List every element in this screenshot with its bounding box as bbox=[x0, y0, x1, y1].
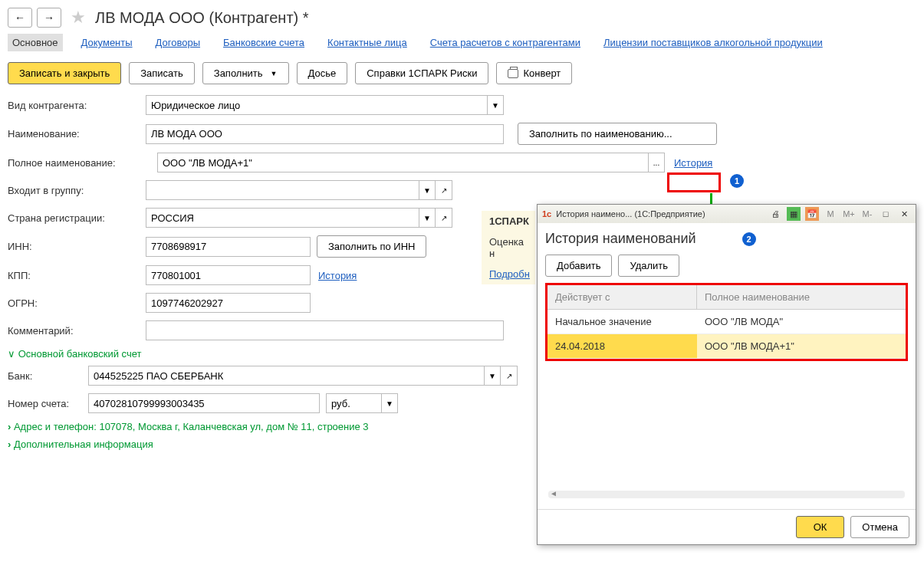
group-open-button[interactable]: ↗ bbox=[436, 180, 452, 200]
ogrn-label: ОГРН: bbox=[8, 297, 146, 309]
m-button[interactable]: M bbox=[824, 207, 837, 221]
save-and-close-button[interactable]: Записать и закрыть bbox=[8, 62, 121, 84]
type-input[interactable] bbox=[146, 95, 487, 115]
calc-icon[interactable]: ▦ bbox=[787, 207, 801, 221]
ogrn-input[interactable] bbox=[146, 293, 311, 313]
kpp-input[interactable] bbox=[146, 265, 311, 285]
add-button[interactable]: Добавить bbox=[545, 255, 612, 277]
group-input[interactable] bbox=[146, 180, 419, 200]
full-name-lookup-button[interactable]: ... bbox=[648, 153, 665, 172]
bank-label: Банк: bbox=[8, 370, 88, 382]
chevron-down-icon: ▼ bbox=[271, 70, 278, 77]
type-label: Вид контрагента: bbox=[8, 100, 146, 111]
dialog-title: История наимено... (1С:Предприятие) bbox=[556, 209, 705, 218]
nav-forward-button[interactable]: → bbox=[37, 8, 61, 28]
fill-button[interactable]: Заполнить▼ bbox=[202, 62, 289, 84]
col-full-name[interactable]: Полное наименование bbox=[697, 285, 817, 309]
spark-more-link[interactable]: Подробн bbox=[489, 268, 528, 280]
table-row[interactable]: Начальное значение ООО "ЛВ МОДА" bbox=[547, 310, 906, 334]
inn-label: ИНН: bbox=[8, 241, 146, 252]
m-minus-button[interactable]: M- bbox=[860, 207, 874, 221]
currency-input[interactable] bbox=[326, 393, 381, 413]
tab-bar: Основное Документы Договоры Банковские с… bbox=[8, 34, 916, 51]
callout-badge-2: 2 bbox=[742, 232, 756, 246]
print-icon[interactable]: 🖨 bbox=[768, 207, 782, 221]
kpp-label: КПП: bbox=[8, 270, 146, 281]
name-input[interactable] bbox=[146, 124, 504, 144]
bank-open-button[interactable]: ↗ bbox=[501, 366, 518, 386]
full-name-label: Полное наименование: bbox=[8, 157, 157, 169]
fill-by-name-button[interactable]: Заполнить по наименованию... bbox=[518, 123, 717, 145]
history-link[interactable]: История bbox=[674, 157, 712, 169]
print-icon bbox=[508, 69, 518, 78]
tab-licenses[interactable]: Лицензии поставщиков алкогольной продукц… bbox=[599, 34, 827, 51]
tab-bank-accounts[interactable]: Банковские счета bbox=[219, 34, 309, 51]
country-input[interactable] bbox=[146, 208, 419, 228]
account-input[interactable] bbox=[88, 393, 320, 413]
bank-dropdown-button[interactable]: ▼ bbox=[484, 366, 501, 386]
delete-button[interactable]: Удалить bbox=[618, 255, 679, 277]
tab-main[interactable]: Основное bbox=[8, 34, 63, 51]
maximize-icon[interactable]: □ bbox=[879, 207, 893, 221]
dossier-button[interactable]: Досье bbox=[297, 62, 348, 84]
country-open-button[interactable]: ↗ bbox=[436, 208, 452, 228]
type-dropdown-button[interactable]: ▼ bbox=[487, 95, 504, 115]
tab-settlement-accounts[interactable]: Счета расчетов с контрагентами bbox=[426, 34, 585, 51]
nav-back-button[interactable]: ← bbox=[8, 8, 32, 28]
group-label: Входит в группу: bbox=[8, 185, 146, 196]
name-label: Наименование: bbox=[8, 128, 146, 140]
kpp-history-link[interactable]: История bbox=[318, 270, 357, 281]
account-label: Номер счета: bbox=[8, 398, 88, 409]
col-valid-from[interactable]: Действует с bbox=[547, 285, 697, 309]
calendar-icon[interactable]: 📅 bbox=[805, 207, 819, 221]
dialog-heading: История наименований bbox=[545, 231, 696, 247]
dialog-titlebar[interactable]: 1c История наимено... (1С:Предприятие) 🖨… bbox=[538, 205, 916, 223]
spark-button[interactable]: Справки 1СПАРК Риски bbox=[355, 62, 488, 84]
history-dialog: 1c История наимено... (1С:Предприятие) 🖨… bbox=[537, 204, 916, 464]
inn-input[interactable] bbox=[146, 237, 311, 257]
favorite-star-icon[interactable]: ★ bbox=[71, 8, 86, 28]
callout-highlight-1 bbox=[667, 172, 721, 192]
tab-contracts[interactable]: Договоры bbox=[151, 34, 205, 51]
full-name-input[interactable] bbox=[157, 153, 648, 172]
spark-title: 1СПАРК bbox=[489, 215, 528, 227]
spark-rating: Оценка н bbox=[489, 236, 528, 259]
page-title: ЛВ МОДА ООО (Контрагент) * bbox=[95, 9, 309, 27]
history-table: Действует с Полное наименование Начально… bbox=[545, 283, 908, 361]
m-plus-button[interactable]: M+ bbox=[842, 207, 856, 221]
currency-dropdown-button[interactable]: ▼ bbox=[381, 393, 398, 413]
spark-panel: 1СПАРК Оценка н Подробн bbox=[482, 211, 535, 284]
convert-button[interactable]: Конверт bbox=[496, 62, 572, 84]
comment-label: Комментарий: bbox=[8, 325, 146, 337]
save-button[interactable]: Записать bbox=[129, 62, 195, 84]
tab-documents[interactable]: Документы bbox=[77, 34, 137, 51]
country-dropdown-button[interactable]: ▼ bbox=[419, 208, 436, 228]
app-logo-icon: 1c bbox=[542, 209, 551, 218]
close-icon[interactable]: ✕ bbox=[897, 207, 911, 221]
comment-input[interactable] bbox=[146, 320, 504, 340]
group-dropdown-button[interactable]: ▼ bbox=[419, 180, 436, 200]
fill-by-inn-button[interactable]: Заполнить по ИНН bbox=[317, 235, 426, 258]
callout-badge-1: 1 bbox=[730, 174, 744, 188]
table-row[interactable]: 24.04.2018 ООО "ЛВ МОДА+1" bbox=[547, 334, 906, 359]
country-label: Страна регистрации: bbox=[8, 212, 146, 224]
bank-input[interactable] bbox=[88, 366, 484, 386]
tab-contacts[interactable]: Контактные лица bbox=[323, 34, 412, 51]
